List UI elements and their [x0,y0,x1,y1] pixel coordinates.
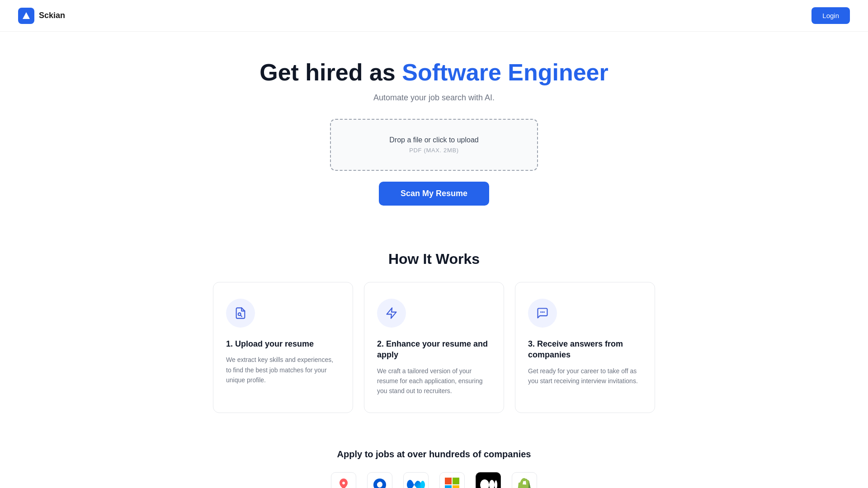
upload-secondary-text: PDF (MAX. 2MB) [340,147,528,154]
svg-rect-10 [453,478,459,484]
svg-marker-3 [387,308,396,318]
svg-point-14 [489,480,495,488]
card-upload-icon-wrapper [226,299,255,328]
card-receive-icon-wrapper [528,299,557,328]
svg-line-2 [241,315,242,317]
card-upload: 1. Upload your resume We extract key ski… [213,282,353,413]
lightning-icon [385,307,398,319]
logo-medium [476,472,501,488]
card-enhance-icon-wrapper [377,299,406,328]
document-search-icon [234,307,247,319]
chat-bubble-icon [536,307,549,319]
logo-microsoft [439,472,465,488]
card-enhance-title: 2. Enhance your resume and apply [377,338,491,361]
upload-primary-text: Drop a file or click to upload [340,136,528,144]
svg-marker-0 [23,12,30,19]
hero-subtext: Automate your job search with AI. [373,93,495,103]
svg-point-15 [495,480,497,488]
company-logos-row [331,472,537,488]
card-receive: 3. Receive answers from companies Get re… [515,282,655,413]
card-receive-title: 3. Receive answers from companies [528,338,642,361]
brand: Sckian [18,8,65,24]
hero-heading: Get hired as Software Engineer [259,59,609,86]
brand-name: Sckian [39,11,65,20]
svg-rect-9 [445,478,452,484]
logo-meta [403,472,429,488]
companies-title: Apply to jobs at over hundreds of compan… [337,449,531,460]
companies-section: Apply to jobs at over hundreds of compan… [0,440,868,488]
file-upload-area[interactable]: Drop a file or click to upload PDF (MAX.… [330,119,538,171]
svg-point-13 [480,479,489,488]
navbar: Sckian Login [0,0,868,32]
card-enhance: 2. Enhance your resume and apply We craf… [364,282,504,413]
how-it-works-title: How It Works [388,251,480,267]
hero-heading-accent: Software Engineer [402,59,609,85]
hero-section: Get hired as Software Engineer Automate … [0,32,868,251]
logo-shopify [512,472,537,488]
card-upload-desc: We extract key skills and experiences, t… [226,355,340,385]
scan-resume-button[interactable]: Scan My Resume [379,182,489,206]
cards-row: 1. Upload your resume We extract key ski… [213,282,655,413]
logo-coursera [367,472,392,488]
card-receive-desc: Get ready for your career to take off as… [528,366,642,386]
login-button[interactable]: Login [811,7,850,24]
brand-logo [18,8,34,24]
svg-point-8 [420,481,425,488]
card-enhance-desc: We craft a tailored version of your resu… [377,366,491,396]
card-upload-title: 1. Upload your resume [226,338,340,349]
svg-rect-12 [453,485,459,488]
hero-heading-prefix: Get hired as [259,59,402,85]
logo-airbnb [331,472,356,488]
svg-rect-11 [445,485,452,488]
how-it-works-section: How It Works 1. Upload your resume We ex… [0,251,868,440]
